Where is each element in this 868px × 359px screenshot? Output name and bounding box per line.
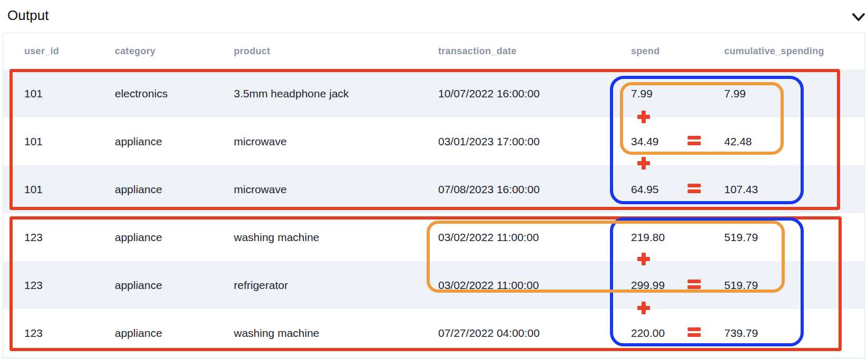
cell-user_id: 123 (24, 327, 115, 340)
cell-transaction_date: 03/01/2023 17:00:00 (438, 135, 631, 148)
cell-cumulative_spending: 519.79 (724, 279, 864, 292)
table-row: 101appliancemicrowave07/08/2023 16:00:00… (3, 165, 864, 213)
cell-cumulative_spending: 42.48 (724, 135, 864, 148)
output-table-card: user_idcategoryproducttransaction_datesp… (3, 33, 865, 359)
cell-user_id: 123 (24, 279, 115, 292)
cell-transaction_date: 07/27/2022 04:00:00 (438, 327, 631, 340)
column-header-cumulative_spending: cumulative_spending (724, 46, 864, 57)
cell-user_id: 101 (24, 135, 115, 148)
cell-spend: 220.00 (631, 327, 724, 340)
cell-transaction_date: 07/08/2023 16:00:00 (438, 183, 631, 196)
cell-user_id: 123 (24, 231, 115, 244)
cell-cumulative_spending: 7.99 (724, 87, 864, 100)
table-row: 101appliancemicrowave03/01/2023 17:00:00… (3, 117, 864, 165)
cell-category: appliance (115, 279, 234, 292)
table-row: 101electronics3.5mm headphone jack10/07/… (3, 69, 864, 117)
table-header-row: user_idcategoryproducttransaction_datesp… (3, 33, 864, 69)
cell-cumulative_spending: 739.79 (724, 327, 864, 340)
cell-product: microwave (234, 183, 438, 196)
cell-user_id: 101 (24, 87, 115, 100)
cell-product: 3.5mm headphone jack (234, 87, 438, 100)
cell-user_id: 101 (24, 183, 115, 196)
cell-cumulative_spending: 107.43 (724, 183, 864, 196)
cell-cumulative_spending: 519.79 (724, 231, 864, 244)
column-header-spend: spend (631, 46, 724, 57)
table-body: 101electronics3.5mm headphone jack10/07/… (3, 69, 864, 359)
cell-product: microwave (234, 135, 438, 148)
cell-spend: 34.49 (631, 135, 724, 148)
column-header-category: category (115, 46, 234, 57)
cell-spend: 7.99 (631, 87, 724, 100)
cell-product: washing machine (234, 327, 438, 340)
column-header-transaction_date: transaction_date (438, 46, 631, 57)
output-panel-header: Output (0, 0, 868, 33)
cell-transaction_date: 03/02/2022 11:00:00 (438, 279, 631, 292)
cell-transaction_date: 03/02/2022 11:00:00 (438, 231, 631, 244)
cell-category: appliance (115, 183, 234, 196)
chevron-down-icon[interactable] (851, 11, 866, 24)
column-header-user_id: user_id (24, 46, 115, 57)
cell-spend: 299.99 (631, 279, 724, 292)
cell-spend: 64.95 (631, 183, 724, 196)
cell-spend: 219.80 (631, 231, 724, 244)
cell-category: appliance (115, 135, 234, 148)
column-header-product: product (234, 46, 438, 57)
table-row: 123appliancewashing machine07/27/2022 04… (3, 309, 864, 357)
cell-product: washing machine (234, 231, 438, 244)
cell-category: appliance (115, 231, 234, 244)
cell-transaction_date: 10/07/2022 16:00:00 (438, 87, 631, 100)
cell-product: refrigerator (234, 279, 438, 292)
table-row: 123appliancewashing machine03/02/2022 11… (3, 213, 864, 261)
panel-title: Output (7, 7, 49, 24)
cell-category: appliance (115, 327, 234, 340)
cell-category: electronics (115, 87, 234, 100)
table-row: 123appliancerefrigerator03/02/2022 11:00… (3, 261, 864, 309)
table-row-clipped (3, 357, 864, 359)
